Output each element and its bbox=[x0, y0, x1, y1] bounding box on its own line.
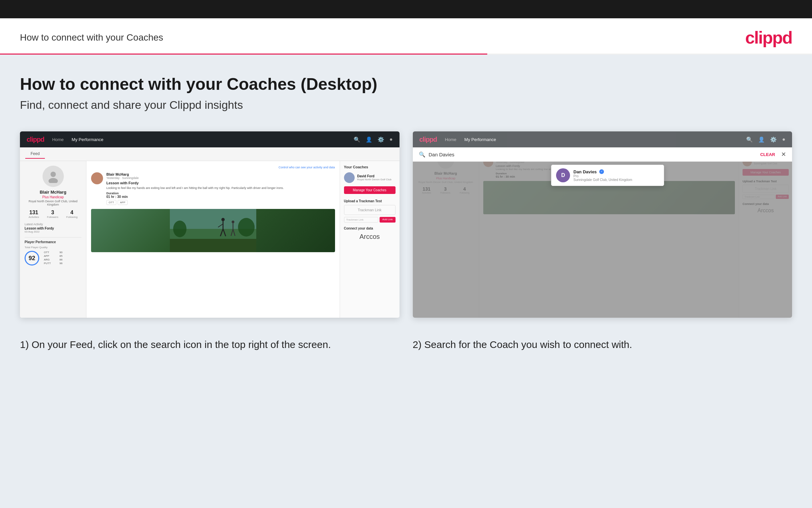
screenshot-col-2: clippd Home My Performance 🔍 👤 ⚙️ ● bbox=[413, 131, 793, 318]
feed-tab[interactable]: Feed bbox=[25, 150, 45, 159]
settings-icon-2[interactable]: ⚙️ bbox=[770, 136, 777, 143]
stats-row-1: 131 Activities 3 Followers 4 Following bbox=[25, 210, 82, 219]
result-name-1: Dan Davies bbox=[573, 169, 596, 174]
svg-rect-3 bbox=[170, 239, 256, 252]
profile-avatar-1 bbox=[43, 166, 64, 187]
post-card-1: Blair McHarg Yesterday · Sunningdale Les… bbox=[91, 172, 335, 205]
latest-activity-label: Latest Activity bbox=[25, 222, 82, 226]
profile-name-1: Blair McHarg bbox=[25, 189, 82, 195]
nav-my-performance-2[interactable]: My Performance bbox=[464, 137, 496, 142]
result-role-1: Pro bbox=[573, 174, 659, 178]
search-results-dropdown: D Dan Davies ✓ Pro Sunningdale Golf Club… bbox=[551, 165, 664, 186]
clear-search-btn[interactable]: CLEAR bbox=[760, 152, 775, 157]
search-query-text[interactable]: Dan Davies bbox=[429, 152, 757, 157]
arccos-logo-1: Arccos bbox=[344, 233, 395, 241]
performance-section-1: Player Performance Total Player Quality … bbox=[25, 237, 82, 265]
score-circle-1: 92 bbox=[25, 251, 39, 265]
trackman-link-box-1: Trackman Link bbox=[344, 205, 395, 215]
svg-point-1 bbox=[49, 178, 58, 183]
result-club-1: Sunningdale Golf Club, United Kingdom bbox=[573, 178, 659, 182]
app-nav-1: clippd Home My Performance 🔍 👤 ⚙️ ● bbox=[20, 131, 399, 147]
step-col-2: 2) Search for the Coach you wish to conn… bbox=[413, 338, 793, 352]
step-1-text: 1) On your Feed, click on the search ico… bbox=[20, 338, 399, 352]
screenshot-frame-1: clippd Home My Performance 🔍 👤 ⚙️ ● Feed bbox=[20, 131, 399, 318]
nav-home-2[interactable]: Home bbox=[445, 137, 457, 142]
manage-coaches-btn-1[interactable]: Manage Your Coaches bbox=[344, 186, 395, 194]
footer: Copyright Clippd 2022 bbox=[0, 504, 812, 508]
tab-bar-1: Feed bbox=[20, 147, 399, 161]
header: How to connect with your Coaches clippd bbox=[0, 18, 812, 53]
nav-icons: 🔍 👤 ⚙️ ● bbox=[354, 136, 393, 143]
app-content-1: Blair McHarg Plus Handicap Royal North D… bbox=[20, 161, 399, 318]
main-subheading: Find, connect and share your Clippd insi… bbox=[20, 98, 792, 112]
svg-point-5 bbox=[173, 220, 186, 237]
metrics-1: OTT90 APP85 ARG86 PUTT96 bbox=[44, 251, 62, 265]
connect-title-1: Connect your data bbox=[344, 226, 395, 230]
nav-my-performance[interactable]: My Performance bbox=[72, 137, 103, 142]
coach-info-1: David Ford Royal North Devon Golf Club bbox=[357, 174, 395, 181]
result-avatar-1: D bbox=[556, 168, 570, 182]
toggle-btns-1: OTT APP bbox=[106, 200, 335, 205]
trackman-input-field-1[interactable]: Trackman Link bbox=[344, 217, 379, 222]
main-content: How to connect with your Coaches (Deskto… bbox=[0, 54, 812, 504]
search-icon[interactable]: 🔍 bbox=[354, 136, 360, 143]
search-icon-2[interactable]: 🔍 bbox=[746, 136, 753, 143]
screenshot-col-1: clippd Home My Performance 🔍 👤 ⚙️ ● Feed bbox=[20, 131, 399, 318]
nav-icons-2: 🔍 👤 ⚙️ ● bbox=[746, 136, 785, 143]
steps-row: 1) On your Feed, click on the search ico… bbox=[20, 338, 792, 352]
svg-point-6 bbox=[238, 218, 254, 237]
top-bar bbox=[0, 0, 812, 18]
user-icon[interactable]: 👤 bbox=[366, 136, 372, 143]
close-search-icon[interactable]: ✕ bbox=[781, 151, 786, 158]
post-image-1 bbox=[91, 209, 335, 252]
page-title: How to connect with your Coaches bbox=[20, 32, 163, 43]
control-link-1[interactable]: Control who can see your activity and da… bbox=[91, 166, 335, 169]
post-content-1: Blair McHarg Yesterday · Sunningdale Les… bbox=[106, 172, 335, 205]
app-nav-2: clippd Home My Performance 🔍 👤 ⚙️ ● bbox=[413, 131, 793, 147]
settings-icon[interactable]: ⚙️ bbox=[378, 136, 384, 143]
profile-club-1: Royal North Devon Golf Club, United King… bbox=[25, 200, 82, 206]
coach-avatar-1 bbox=[344, 172, 355, 183]
right-panel-1: Your Coaches David Ford Royal North Devo… bbox=[340, 161, 399, 318]
activity-title-1: Lesson with Fordy bbox=[25, 226, 82, 230]
svg-point-12 bbox=[232, 220, 234, 223]
activity-date-1: 03 Aug 2022 bbox=[25, 230, 82, 233]
profile-icon[interactable]: ● bbox=[389, 136, 393, 142]
screenshots-row: clippd Home My Performance 🔍 👤 ⚙️ ● Feed bbox=[20, 131, 792, 318]
profile-icon-2[interactable]: ● bbox=[782, 136, 785, 142]
trackman-section-1: Upload a Trackman Test Trackman Link Tra… bbox=[344, 199, 395, 222]
search-result-item-1[interactable]: D Dan Davies ✓ Pro Sunningdale Golf Club… bbox=[552, 165, 664, 186]
center-feed-1: Control who can see your activity and da… bbox=[86, 161, 340, 318]
coaches-title-1: Your Coaches bbox=[344, 165, 395, 169]
stat-following: 4 Following bbox=[66, 210, 78, 219]
app-logo-1: clippd bbox=[27, 136, 44, 143]
off-btn[interactable]: OTT bbox=[106, 200, 116, 205]
add-link-btn-1[interactable]: Add Link bbox=[380, 217, 395, 222]
result-verified-badge: ✓ bbox=[599, 169, 604, 174]
nav-home[interactable]: Home bbox=[52, 137, 64, 142]
left-panel-1: Blair McHarg Plus Handicap Royal North D… bbox=[20, 161, 86, 318]
clippd-logo: clippd bbox=[745, 28, 792, 48]
coach-club-1: Royal North Devon Golf Club bbox=[357, 178, 395, 181]
step-2-text: 2) Search for the Coach you wish to conn… bbox=[413, 338, 793, 352]
screenshot-frame-2: clippd Home My Performance 🔍 👤 ⚙️ ● bbox=[413, 131, 793, 318]
trackman-input-1: Trackman Link Add Link bbox=[344, 217, 395, 222]
coach-name-1: David Ford bbox=[357, 174, 395, 178]
search-magnifier-icon: 🔍 bbox=[419, 152, 425, 158]
user-icon-2[interactable]: 👤 bbox=[758, 136, 765, 143]
app-logo-2: clippd bbox=[420, 136, 437, 143]
post-avatar-1 bbox=[91, 172, 103, 184]
search-bar-overlay: 🔍 Dan Davies CLEAR ✕ bbox=[413, 147, 793, 162]
main-heading: How to connect with your Coaches (Deskto… bbox=[20, 75, 792, 94]
stat-activities: 131 Activities bbox=[29, 210, 39, 219]
step-col-1: 1) On your Feed, click on the search ico… bbox=[20, 338, 399, 352]
app-btn[interactable]: APP bbox=[118, 200, 128, 205]
svg-point-0 bbox=[51, 172, 56, 177]
svg-point-7 bbox=[221, 218, 225, 221]
profile-badge-1: Plus Handicap bbox=[25, 195, 82, 199]
result-info-1: Dan Davies ✓ Pro Sunningdale Golf Club, … bbox=[573, 169, 659, 182]
coach-card-1: David Ford Royal North Devon Golf Club bbox=[344, 172, 395, 183]
stat-followers: 3 Followers bbox=[47, 210, 58, 219]
